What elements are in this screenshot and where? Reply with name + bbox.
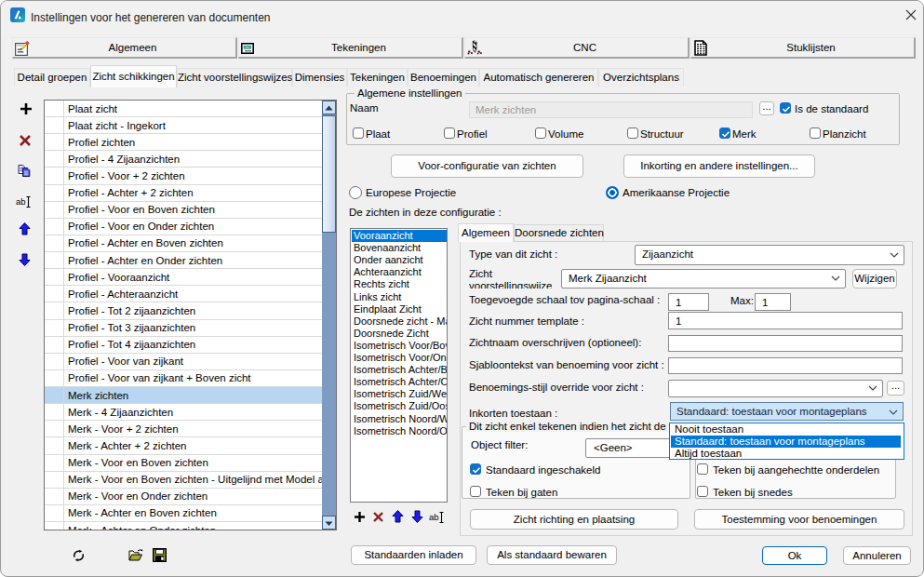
svg-text:ab: ab	[429, 512, 439, 522]
svg-text:ab: ab	[16, 196, 26, 207]
